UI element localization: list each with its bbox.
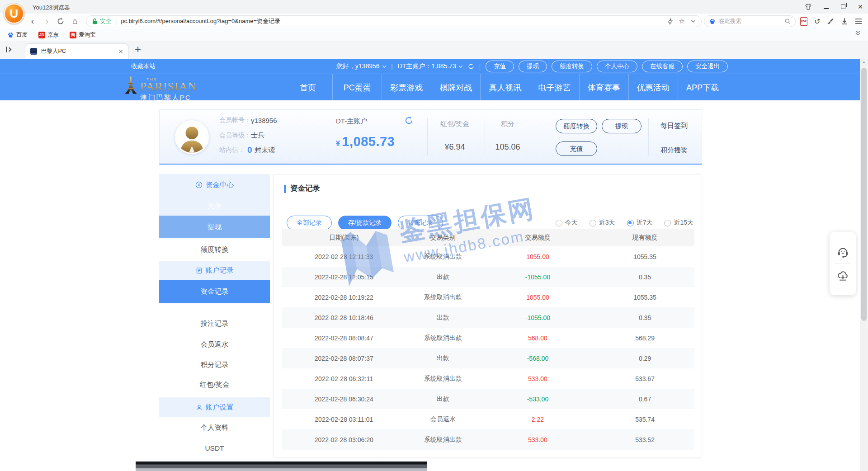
daily-signin-link[interactable]: 每日签到 [660, 122, 688, 130]
new-tab-icon[interactable]: + [135, 43, 141, 56]
sidebar-item-account-records[interactable]: 账户记录 [159, 261, 270, 280]
cloud-download-icon[interactable] [837, 269, 849, 282]
sidebar-item-transfer[interactable]: 额度转换 [159, 238, 270, 261]
browser-logo-icon[interactable]: U [4, 3, 24, 24]
title-bar: U You123浏览器 ✕ [0, 0, 868, 14]
site-logo[interactable]: THE PARISIAN 澳门巴黎人PC [123, 75, 197, 103]
tab-all[interactable]: 全部记录 [287, 216, 332, 230]
topbar-button-service[interactable]: 在线客服 [642, 61, 683, 72]
menu-icon[interactable] [855, 18, 862, 24]
bookmark-label: 百度 [16, 31, 28, 39]
sidebar-item-bet-records[interactable]: 投注记录 [159, 313, 270, 334]
home-icon[interactable]: ⌂ [70, 14, 80, 29]
sidebar-item-label: 账户设置 [206, 403, 234, 412]
main-account-dropdown[interactable]: DT主账户：1,085.73 [398, 62, 463, 71]
topbar-button-withdraw[interactable]: 提现 [519, 61, 547, 72]
nav-item-promo[interactable]: 优惠活动 [629, 74, 678, 101]
cell-balance: 568.29 [595, 328, 694, 348]
range-3d[interactable]: 近3天 [590, 219, 615, 227]
address-bar[interactable]: 安全 | pc.blryl6.com/#/personal/accountLog… [86, 15, 702, 27]
customer-service-icon[interactable] [837, 246, 849, 258]
skin-icon[interactable] [805, 3, 813, 10]
pdf-tool-icon[interactable]: PDF [800, 17, 807, 26]
member-mail-count: 0 [247, 145, 252, 155]
tab-close-icon[interactable]: ✕ [118, 48, 123, 55]
refresh-icon[interactable] [55, 14, 66, 29]
nav-item-home[interactable]: 首页 [283, 74, 332, 101]
page-scrollbar[interactable]: ▲ [860, 59, 868, 471]
page-viewport: 收藏本站 您好，y138956 | DT主账户：1,085.73 | 充值提现额… [0, 59, 868, 471]
bookmark-star-icon[interactable]: ☆ [679, 17, 685, 25]
cell-balance: 1055.35 [595, 246, 694, 267]
cell-amount: 533.00 [480, 368, 595, 389]
topbar-button-transfer[interactable]: 额度转换 [552, 61, 592, 72]
sidebar-item-bonus[interactable]: 红包/奖金 [159, 375, 270, 395]
range-today[interactable]: 今天 [556, 219, 578, 227]
table-header-cell: 现有额度 [595, 229, 694, 246]
bookmark-taobao[interactable]: 淘爱淘宝 [70, 31, 96, 39]
transfer-button[interactable]: 额度转换 [556, 119, 597, 133]
tab-transfer[interactable]: 转账记录 [398, 216, 443, 230]
lightning-icon[interactable] [667, 18, 673, 25]
deposit-button[interactable]: 充值 [556, 141, 597, 156]
greeting-dropdown[interactable]: 您好，y138956 [336, 62, 387, 71]
topbar-button-profile[interactable]: 个人中心 [597, 61, 637, 72]
collapse-toolbar-icon[interactable] [855, 30, 861, 36]
scroll-up-arrow-icon[interactable]: ▲ [860, 60, 868, 64]
clean-brush-icon[interactable] [827, 18, 834, 25]
nav-item-chess[interactable]: 棋牌对战 [431, 74, 480, 101]
bookmark-baidu[interactable]: 百度 [7, 31, 28, 39]
bookmark-jd[interactable]: JD京东 [38, 31, 59, 39]
url-text[interactable]: pc.blryl6.com/#/personal/accountLog?tag=… [121, 17, 667, 25]
forward-icon[interactable]: › [42, 14, 52, 29]
browser-logo-letter: U [10, 7, 19, 21]
search-magnifier-icon[interactable] [784, 18, 791, 24]
sidebar-item-profile[interactable]: 个人资料 [159, 417, 270, 438]
member-summary-card: 会员帐号： y138956 会员等级： 士兵 站内信： 0 封未读 DT-主账户… [159, 109, 702, 165]
topbar-button-logout[interactable]: 安全退出 [687, 61, 728, 72]
download-icon[interactable] [841, 18, 848, 25]
sidebar-item-account-settings[interactable]: 账户设置 [159, 397, 270, 417]
nav-item-live[interactable]: 真人视讯 [481, 74, 529, 101]
restore-tab-icon[interactable]: ↺ [814, 17, 820, 26]
table-header-cell: 日期(美东) [282, 229, 406, 246]
nav-item-slots[interactable]: 电子游艺 [530, 74, 579, 101]
record-type-tabs: 全部记录存/提款记录转账记录 [287, 216, 443, 230]
sidebar-item-points-records[interactable]: 积分记录 [159, 355, 270, 375]
wallet-refresh-icon[interactable] [405, 116, 413, 125]
lock-icon [92, 18, 98, 25]
sidebar-item-withdraw[interactable]: 提现 [159, 216, 270, 238]
sidebar-item-fund-records[interactable]: 资金记录 [159, 280, 270, 303]
chevron-down-icon[interactable] [691, 19, 696, 23]
nav-item-pcdd[interactable]: PC蛋蛋 [333, 74, 382, 101]
cell-amount: -1055.00 [480, 267, 595, 287]
points-lottery-link[interactable]: 积分摇奖 [660, 146, 688, 155]
range-15d[interactable]: 近15天 [664, 219, 693, 227]
maximize-icon[interactable] [839, 3, 847, 10]
sidebar-item-fund-center[interactable]: ¥资金中心 [159, 174, 270, 196]
points-value: 105.06 [487, 142, 528, 152]
scrollbar-thumb[interactable] [861, 68, 867, 321]
tab-parisian[interactable]: 巴黎人PC ✕ [25, 43, 129, 59]
close-icon[interactable]: ✕ [856, 3, 864, 10]
range-7d[interactable]: 近7天 [627, 219, 653, 227]
member-mail-row[interactable]: 站内信： 0 封未读 [219, 145, 275, 155]
nav-item-lottery[interactable]: 彩票游戏 [382, 74, 431, 101]
sidebar-item-rebate[interactable]: 会员返水 [159, 334, 270, 355]
sidebar-item-usdt[interactable]: USDT [159, 438, 270, 459]
search-placeholder[interactable]: 在此搜索 [719, 18, 781, 25]
tab-deposit-withdraw[interactable]: 存/提款记录 [338, 216, 392, 230]
nav-item-sports[interactable]: 体育赛事 [580, 74, 628, 101]
topbar-button-deposit[interactable]: 充值 [486, 61, 514, 72]
sidebar-item-deposit[interactable]: 充值 [159, 196, 270, 216]
sidebar-toggle-icon[interactable] [5, 46, 13, 53]
card-divider [427, 118, 428, 155]
cell-date: 2022-02-28 03:06:20 [282, 429, 406, 450]
favorite-site-link[interactable]: 收藏本站 [131, 59, 156, 74]
balance-refresh-icon[interactable] [468, 63, 474, 70]
browser-search-box[interactable]: 在此搜索 [704, 15, 796, 27]
back-icon[interactable]: ‹ [27, 14, 38, 29]
nav-item-app[interactable]: APP下载 [678, 74, 727, 101]
minimize-icon[interactable] [822, 3, 830, 10]
withdraw-button[interactable]: 提现 [602, 119, 642, 133]
